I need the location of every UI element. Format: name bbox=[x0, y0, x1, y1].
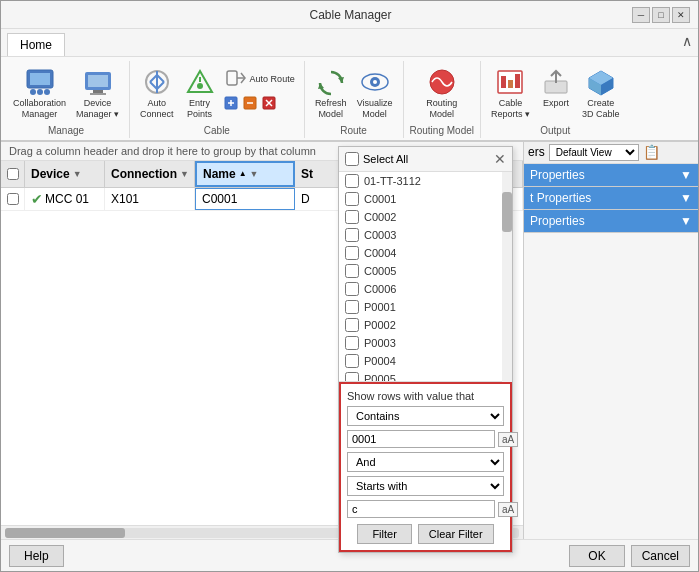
filter-condition2-row: Starts with bbox=[347, 476, 504, 496]
svg-rect-14 bbox=[227, 71, 237, 85]
scroll-thumb[interactable] bbox=[5, 528, 125, 538]
filter-apply-button[interactable]: Filter bbox=[357, 524, 411, 544]
panel-section-t-properties[interactable]: t Properties ▼ bbox=[524, 187, 698, 210]
item-checkbox-6[interactable] bbox=[345, 282, 359, 296]
dropdown-item: P0002 bbox=[339, 316, 512, 334]
item-checkbox-9[interactable] bbox=[345, 336, 359, 350]
filter-clear-button[interactable]: Clear Filter bbox=[418, 524, 494, 544]
dropdown-list-wrap: 01-TT-3112C0001C0002C0003C0004C0005C0006… bbox=[339, 172, 512, 382]
td-check bbox=[1, 188, 25, 210]
routing-model-label: RoutingModel bbox=[426, 98, 457, 120]
maximize-button[interactable]: □ bbox=[652, 7, 670, 23]
th-name-label: Name bbox=[203, 167, 236, 181]
name-filter-icon[interactable]: ▼ bbox=[250, 169, 259, 179]
ok-button[interactable]: OK bbox=[569, 545, 624, 567]
dropdown-item: C0005 bbox=[339, 262, 512, 280]
svg-rect-32 bbox=[508, 80, 513, 88]
item-checkbox-0[interactable] bbox=[345, 174, 359, 188]
device-manager-button[interactable]: DeviceManager ▾ bbox=[72, 63, 123, 123]
item-checkbox-4[interactable] bbox=[345, 246, 359, 260]
filter-condition1-select[interactable]: Contains bbox=[347, 406, 504, 426]
item-checkbox-1[interactable] bbox=[345, 192, 359, 206]
panel-icon[interactable]: 📋 bbox=[643, 144, 660, 160]
export-button[interactable]: Export bbox=[536, 63, 576, 123]
export-icon bbox=[540, 66, 572, 98]
dropdown-scrollbar-thumb[interactable] bbox=[502, 192, 512, 232]
th-name[interactable]: Name ▲ ▼ bbox=[195, 161, 295, 187]
dropdown-item: P0001 bbox=[339, 298, 512, 316]
help-button[interactable]: Help bbox=[9, 545, 64, 567]
cable-sub-btn-2[interactable] bbox=[241, 95, 259, 111]
close-button[interactable]: ✕ bbox=[672, 7, 690, 23]
filter-value2-input[interactable] bbox=[347, 500, 495, 518]
connection-filter-icon[interactable]: ▼ bbox=[180, 169, 189, 179]
item-checkbox-11[interactable] bbox=[345, 372, 359, 382]
svg-point-12 bbox=[197, 83, 203, 89]
cable-group-label: Cable bbox=[204, 123, 230, 136]
visualize-model-icon bbox=[359, 66, 391, 98]
routing-model-button[interactable]: RoutingModel bbox=[422, 63, 462, 123]
svg-rect-7 bbox=[93, 90, 103, 93]
collapse-ribbon-icon[interactable]: ∧ bbox=[682, 33, 692, 56]
item-label-10: P0004 bbox=[364, 355, 396, 367]
filter-value1-input[interactable] bbox=[347, 430, 495, 448]
tab-home[interactable]: Home bbox=[7, 33, 65, 56]
cable-sub-btn-3[interactable] bbox=[260, 95, 278, 111]
svg-rect-8 bbox=[90, 93, 106, 95]
item-checkbox-5[interactable] bbox=[345, 264, 359, 278]
cable-reports-icon bbox=[494, 66, 526, 98]
filter-buttons-row: Filter Clear Filter bbox=[347, 524, 504, 544]
td-device-value: MCC 01 bbox=[45, 192, 89, 206]
svg-rect-1 bbox=[30, 73, 50, 85]
item-checkbox-10[interactable] bbox=[345, 354, 359, 368]
filter-and-select[interactable]: And Or bbox=[347, 452, 504, 472]
auto-route-label: Auto Route bbox=[250, 74, 295, 85]
name-sort-icon[interactable]: ▲ bbox=[239, 169, 247, 178]
header-checkbox[interactable] bbox=[7, 168, 19, 180]
create-3d-cable-button[interactable]: Create3D Cable bbox=[578, 63, 624, 123]
item-checkbox-8[interactable] bbox=[345, 318, 359, 332]
filter-bar-label: ers bbox=[528, 145, 545, 159]
cable-sub-btn-1[interactable] bbox=[222, 95, 240, 111]
filter-and-row: And Or bbox=[347, 452, 504, 472]
dropdown-item: C0002 bbox=[339, 208, 512, 226]
panel-section-extra-properties[interactable]: Properties ▼ bbox=[524, 210, 698, 233]
window-controls: ─ □ ✕ bbox=[632, 7, 690, 23]
row-checkbox[interactable] bbox=[7, 193, 19, 205]
view-select[interactable]: Default View bbox=[549, 144, 639, 161]
item-label-9: P0003 bbox=[364, 337, 396, 349]
filter-condition2-select[interactable]: Starts with bbox=[347, 476, 504, 496]
select-all-checkbox[interactable] bbox=[345, 152, 359, 166]
item-checkbox-7[interactable] bbox=[345, 300, 359, 314]
dropdown-close-button[interactable]: ✕ bbox=[494, 151, 506, 167]
cable-reports-button[interactable]: CableReports ▾ bbox=[487, 63, 534, 123]
collaboration-manager-button[interactable]: CollaborationManager bbox=[9, 63, 70, 123]
entry-points-icon bbox=[184, 66, 216, 98]
minimize-button[interactable]: ─ bbox=[632, 7, 650, 23]
auto-route-button[interactable]: Auto Route bbox=[222, 65, 298, 94]
visualize-model-button[interactable]: VisualizeModel bbox=[353, 63, 397, 123]
device-filter-icon[interactable]: ▼ bbox=[73, 169, 82, 179]
filter-section-title: Show rows with value that bbox=[347, 390, 504, 402]
th-device[interactable]: Device ▼ bbox=[25, 161, 105, 187]
th-check bbox=[1, 161, 25, 187]
th-connection-label: Connection bbox=[111, 167, 177, 181]
refresh-model-button[interactable]: RefreshModel bbox=[311, 63, 351, 123]
filter-aa2-toggle[interactable]: aA bbox=[498, 502, 518, 517]
entry-points-button[interactable]: EntryPoints bbox=[180, 63, 220, 123]
cancel-button[interactable]: Cancel bbox=[631, 545, 690, 567]
filter-aa1-toggle[interactable]: aA bbox=[498, 432, 518, 447]
th-connection[interactable]: Connection ▼ bbox=[105, 161, 195, 187]
right-panel: ers Default View 📋 Properties ▼ t Proper… bbox=[523, 142, 698, 539]
auto-connect-button[interactable]: AutoConnect bbox=[136, 63, 178, 123]
auto-route-icon bbox=[225, 67, 247, 92]
item-checkbox-2[interactable] bbox=[345, 210, 359, 224]
dropdown-item: P0005 bbox=[339, 370, 512, 382]
dropdown-item: C0006 bbox=[339, 280, 512, 298]
svg-point-2 bbox=[30, 89, 36, 95]
item-checkbox-3[interactable] bbox=[345, 228, 359, 242]
refresh-model-label: RefreshModel bbox=[315, 98, 347, 120]
panel-section-properties[interactable]: Properties ▼ bbox=[524, 164, 698, 187]
dropdown-scrollbar[interactable] bbox=[502, 172, 512, 382]
cable-reports-label: CableReports ▾ bbox=[491, 98, 530, 120]
